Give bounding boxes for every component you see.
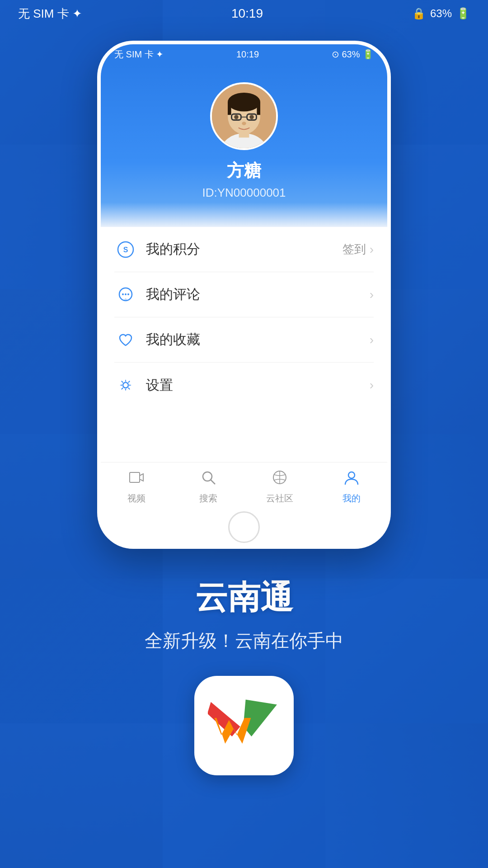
tab-video-label: 视频	[127, 492, 145, 505]
tab-community-label: 云社区	[266, 492, 293, 505]
comment-icon	[114, 283, 137, 306]
tab-me-label: 我的	[343, 492, 361, 505]
heart-icon	[114, 329, 137, 351]
app-icon[interactable]	[194, 676, 294, 775]
page-content: 无 SIM 卡 ✦ 10:19 🔒 63% 🔋 无 SIM 卡 ✦ 10:19 …	[0, 0, 488, 868]
comment-chevron: ›	[370, 288, 374, 302]
status-bar: 无 SIM 卡 ✦ 10:19 🔒 63% 🔋	[0, 0, 488, 27]
phone-battery: ⊙ 63% 🔋	[332, 49, 374, 60]
collect-chevron: ›	[370, 333, 374, 347]
score-right: 签到 ›	[343, 241, 374, 257]
menu-item-comment[interactable]: 我的评论 ›	[114, 272, 374, 317]
collect-right: ›	[370, 333, 374, 347]
svg-point-11	[234, 115, 238, 119]
home-button[interactable]	[228, 511, 260, 543]
lock-icon: 🔒	[412, 7, 426, 20]
bottom-section: 云南通 全新升级！云南在你手中	[145, 576, 343, 775]
svg-rect-6	[228, 102, 231, 115]
tab-me[interactable]: 我的	[316, 469, 388, 505]
menu-item-score[interactable]: S 我的积分 签到 ›	[114, 227, 374, 272]
search-icon	[200, 469, 216, 490]
tab-search[interactable]: 搜索	[173, 469, 244, 505]
svg-point-17	[122, 293, 124, 295]
score-label: 我的积分	[146, 240, 343, 259]
svg-point-20	[123, 382, 128, 388]
menu-spacer	[101, 408, 387, 462]
svg-point-12	[249, 115, 253, 119]
phone-sim: 无 SIM 卡 ✦	[114, 48, 164, 61]
svg-point-26	[348, 472, 355, 478]
settings-label: 设置	[146, 376, 370, 395]
menu-item-settings[interactable]: 设置 ›	[114, 363, 374, 408]
app-subtitle: 全新升级！云南在你手中	[145, 628, 343, 653]
settings-chevron: ›	[370, 378, 374, 392]
tab-bar: 视频 搜索	[101, 462, 387, 509]
gear-icon	[114, 374, 137, 396]
svg-line-23	[211, 480, 215, 484]
tab-video[interactable]: 视频	[101, 469, 173, 505]
phone-mockup: 无 SIM 卡 ✦ 10:19 ⊙ 63% 🔋	[97, 41, 391, 549]
svg-point-18	[125, 293, 127, 295]
avatar	[210, 82, 278, 150]
app-title: 云南通	[195, 576, 293, 619]
settings-right: ›	[370, 378, 374, 392]
video-icon	[128, 469, 145, 490]
menu-item-collect[interactable]: 我的收藏 ›	[114, 317, 374, 363]
collect-label: 我的收藏	[146, 330, 370, 349]
svg-point-5	[228, 93, 260, 112]
tab-search-label: 搜索	[199, 492, 217, 505]
svg-text:S: S	[123, 246, 128, 254]
profile-id: ID:YN00000001	[202, 186, 286, 200]
score-chevron: ›	[370, 242, 374, 257]
status-time: 10:19	[231, 6, 263, 21]
status-left: 无 SIM 卡 ✦	[18, 6, 82, 22]
community-icon	[272, 469, 288, 490]
sim-status: 无 SIM 卡 ✦	[18, 6, 82, 22]
profile-header: 方糖 ID:YN00000001	[101, 64, 387, 227]
svg-point-13	[242, 122, 246, 125]
tab-community[interactable]: 云社区	[244, 469, 316, 505]
checkin-text[interactable]: 签到	[343, 241, 366, 257]
phone-time: 10:19	[236, 49, 259, 60]
phone-inner-statusbar: 无 SIM 卡 ✦ 10:19 ⊙ 63% 🔋	[101, 44, 387, 64]
profile-name: 方糖	[227, 159, 261, 182]
comment-label: 我的评论	[146, 285, 370, 304]
svg-rect-7	[257, 102, 260, 115]
score-icon: S	[114, 238, 137, 261]
battery-level: 63%	[430, 7, 452, 20]
phone-home-area	[101, 509, 387, 545]
menu-list: S 我的积分 签到 ›	[101, 227, 387, 408]
battery-icon: 🔋	[456, 7, 470, 20]
me-icon	[343, 469, 360, 490]
status-right: 🔒 63% 🔋	[412, 7, 470, 20]
comment-right: ›	[370, 288, 374, 302]
svg-point-19	[127, 293, 129, 295]
svg-rect-21	[130, 472, 140, 482]
